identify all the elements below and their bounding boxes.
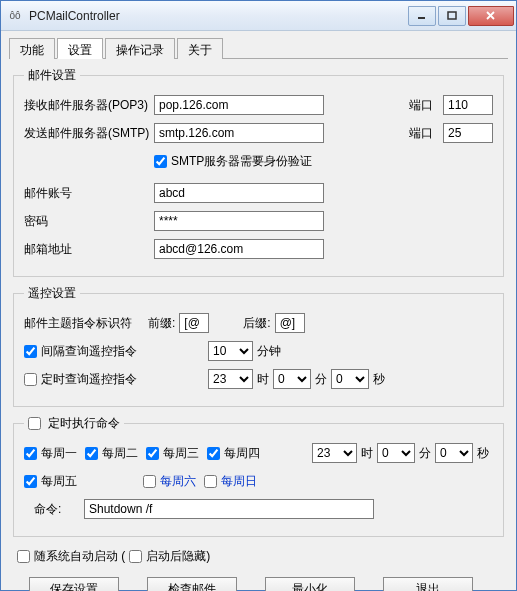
interval-query-check-label[interactable]: 间隔查询遥控指令 — [24, 343, 194, 360]
timer-exec-checkbox[interactable] — [28, 417, 41, 430]
day-sat[interactable]: 每周六 — [143, 473, 196, 490]
timer-second-unit: 秒 — [477, 445, 489, 462]
svg-rect-1 — [448, 12, 456, 19]
tab-strip: 功能 设置 操作记录 关于 — [9, 37, 508, 59]
scheduled-query-check-label[interactable]: 定时查询遥控指令 — [24, 371, 194, 388]
titlebar[interactable]: ôô PCMailController — [1, 1, 516, 31]
cmd-label: 命令: — [34, 501, 84, 518]
scheduled-minute-unit: 分 — [315, 371, 327, 388]
tab-function[interactable]: 功能 — [9, 38, 55, 59]
minimize-window-button[interactable] — [408, 6, 436, 26]
day-tue[interactable]: 每周二 — [85, 445, 138, 462]
timer-hour-select[interactable]: 23 — [312, 443, 357, 463]
minimize-button[interactable]: 最小化 — [265, 577, 355, 591]
interval-query-text: 间隔查询遥控指令 — [41, 343, 137, 360]
autostart-check-label[interactable]: 随系统自动启动 ( — [17, 548, 125, 565]
smtp-server-input[interactable] — [154, 123, 324, 143]
interval-query-checkbox[interactable] — [24, 345, 37, 358]
scheduled-query-text: 定时查询遥控指令 — [41, 371, 137, 388]
timer-exec-legend: 定时执行命令 — [24, 415, 124, 432]
hide-after-start-checkbox[interactable] — [129, 550, 142, 563]
marker-label: 邮件主题指令标识符 — [24, 315, 144, 332]
remote-settings-group: 遥控设置 邮件主题指令标识符 前缀: 后缀: 间隔查询遥控指令 10 分钟 — [13, 285, 504, 407]
address-label: 邮箱地址 — [24, 241, 154, 258]
tab-about[interactable]: 关于 — [177, 38, 223, 59]
prefix-label: 前缀: — [148, 315, 175, 332]
scheduled-query-checkbox[interactable] — [24, 373, 37, 386]
pop3-server-input[interactable] — [154, 95, 324, 115]
password-label: 密码 — [24, 213, 154, 230]
interval-unit: 分钟 — [257, 343, 281, 360]
interval-minutes-select[interactable]: 10 — [208, 341, 253, 361]
timer-minute-select[interactable]: 0 — [377, 443, 415, 463]
suffix-label: 后缀: — [243, 315, 270, 332]
pop3-port-input[interactable] — [443, 95, 493, 115]
day-sun-checkbox[interactable] — [204, 475, 217, 488]
autostart-checkbox[interactable] — [17, 550, 30, 563]
day-sat-checkbox[interactable] — [143, 475, 156, 488]
day-tue-checkbox[interactable] — [85, 447, 98, 460]
autostart-text: 随系统自动启动 ( — [34, 548, 125, 565]
hide-after-start-check-label[interactable]: 启动后隐藏 — [129, 548, 206, 565]
client-area: 功能 设置 操作记录 关于 邮件设置 接收邮件服务器(POP3) 端口 发送邮件… — [1, 31, 516, 591]
prefix-input[interactable] — [179, 313, 209, 333]
smtp-label: 发送邮件服务器(SMTP) — [24, 125, 154, 142]
close-paren: ) — [206, 549, 210, 563]
close-window-button[interactable] — [468, 6, 514, 26]
save-button[interactable]: 保存设置 — [29, 577, 119, 591]
day-wed-checkbox[interactable] — [146, 447, 159, 460]
app-window: ôô PCMailController 功能 设置 操作记录 关于 邮件设置 接… — [0, 0, 517, 591]
pop3-port-label: 端口 — [409, 97, 443, 114]
day-thu[interactable]: 每周四 — [207, 445, 260, 462]
exit-button[interactable]: 退出 — [383, 577, 473, 591]
tab-log[interactable]: 操作记录 — [105, 38, 175, 59]
smtp-port-input[interactable] — [443, 123, 493, 143]
account-label: 邮件账号 — [24, 185, 154, 202]
timer-exec-text: 定时执行命令 — [48, 416, 120, 430]
scheduled-hour-unit: 时 — [257, 371, 269, 388]
timer-exec-group: 定时执行命令 每周一 每周二 每周三 每周四 23 时 0 分 0 秒 每周五 … — [13, 415, 504, 537]
window-title: PCMailController — [29, 9, 406, 23]
day-fri-checkbox[interactable] — [24, 475, 37, 488]
pop3-label: 接收邮件服务器(POP3) — [24, 97, 154, 114]
check-mail-button[interactable]: 检查邮件 — [147, 577, 237, 591]
mail-settings-group: 邮件设置 接收邮件服务器(POP3) 端口 发送邮件服务器(SMTP) 端口 S… — [13, 67, 504, 277]
hide-after-start-text: 启动后隐藏 — [146, 548, 206, 565]
day-sun[interactable]: 每周日 — [204, 473, 257, 490]
app-icon: ôô — [7, 8, 23, 24]
suffix-input[interactable] — [275, 313, 305, 333]
account-input[interactable] — [154, 183, 324, 203]
day-mon[interactable]: 每周一 — [24, 445, 77, 462]
cmd-input[interactable] — [84, 499, 374, 519]
day-mon-checkbox[interactable] — [24, 447, 37, 460]
timer-minute-unit: 分 — [419, 445, 431, 462]
address-input[interactable] — [154, 239, 324, 259]
smtp-auth-text: SMTP服务器需要身份验证 — [171, 153, 312, 170]
timer-hour-unit: 时 — [361, 445, 373, 462]
maximize-window-button[interactable] — [438, 6, 466, 26]
smtp-auth-checkbox-label[interactable]: SMTP服务器需要身份验证 — [154, 153, 312, 170]
action-buttons: 保存设置 检查邮件 最小化 退出 — [9, 567, 508, 591]
tab-settings[interactable]: 设置 — [57, 38, 103, 59]
scheduled-minute-select[interactable]: 0 — [273, 369, 311, 389]
scheduled-second-unit: 秒 — [373, 371, 385, 388]
timer-second-select[interactable]: 0 — [435, 443, 473, 463]
smtp-auth-checkbox[interactable] — [154, 155, 167, 168]
mail-settings-legend: 邮件设置 — [24, 67, 80, 84]
scheduled-hour-select[interactable]: 23 — [208, 369, 253, 389]
scheduled-second-select[interactable]: 0 — [331, 369, 369, 389]
day-wed[interactable]: 每周三 — [146, 445, 199, 462]
window-buttons — [406, 6, 514, 26]
day-fri[interactable]: 每周五 — [24, 473, 77, 490]
remote-settings-legend: 遥控设置 — [24, 285, 80, 302]
password-input[interactable] — [154, 211, 324, 231]
day-thu-checkbox[interactable] — [207, 447, 220, 460]
smtp-port-label: 端口 — [409, 125, 443, 142]
